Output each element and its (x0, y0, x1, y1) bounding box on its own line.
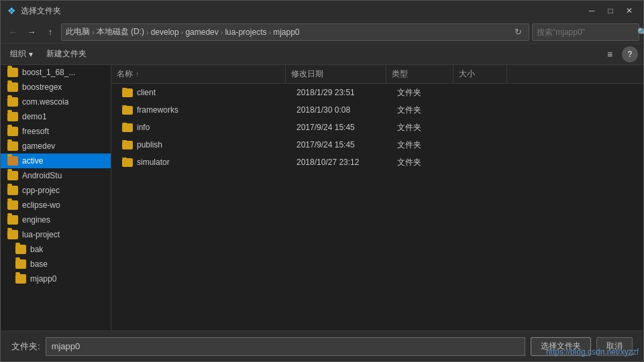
sidebar-item-label: cpp-projec (22, 186, 60, 195)
refresh-button[interactable]: ↻ (511, 25, 525, 39)
file-date: 2018/10/27 23:12 (291, 158, 392, 167)
cancel-button[interactable]: 取消 (596, 337, 633, 356)
sidebar-item-base[interactable]: base (1, 257, 111, 272)
sidebar-item-luaproject[interactable]: lua-project (1, 227, 111, 242)
file-list: client 2018/1/29 23:51 文件夹 frameworks 20… (111, 84, 643, 330)
folder-input[interactable] (46, 337, 525, 356)
sidebar-item-cpp[interactable]: cpp-projec (1, 183, 111, 198)
table-row[interactable]: publish 2017/9/24 15:45 文件夹 (111, 136, 643, 154)
sidebar-item-freesoft[interactable]: freesoft (1, 124, 111, 139)
title-bar: ❖ 选择文件夹 ─ □ ✕ (1, 1, 643, 21)
file-list-area: 名称 ↑ 修改日期 类型 大小 client 2018/1/29 23:51 文… (111, 65, 643, 330)
search-icon[interactable]: 🔍 (637, 27, 644, 37)
breadcrumb-lua[interactable]: lua-projects (225, 27, 266, 37)
bottom-bar: 文件夹: 选择文件夹 取消 (1, 330, 643, 361)
breadcrumb-gamedev[interactable]: gamedev (185, 27, 218, 37)
sidebar-item-label: eclipse-wo (22, 200, 60, 210)
folder-icon (122, 141, 133, 149)
breadcrumb-develop[interactable]: develop (151, 27, 179, 37)
sidebar-item-active[interactable]: active (1, 154, 111, 168)
sort-arrow: ↑ (136, 70, 139, 78)
folder-icon (7, 186, 18, 195)
title-controls: ─ □ ✕ (583, 4, 638, 17)
folder-icon (15, 274, 26, 284)
file-name: simulator (117, 158, 291, 167)
toolbar2-right: ≡ ? (602, 46, 638, 62)
sidebar-item-bak[interactable]: bak (1, 242, 111, 257)
organize-dropdown-icon: ▾ (29, 50, 33, 59)
col-header-date[interactable]: 修改日期 (286, 65, 386, 83)
folder-icon (7, 68, 18, 77)
address-toolbar: ← → ↑ 此电脑 › 本地磁盘 (D:) › develop › gamede… (1, 21, 643, 44)
sidebar-item-label: engines (22, 215, 50, 225)
breadcrumb-disk[interactable]: 本地磁盘 (D:) (97, 26, 144, 38)
close-button[interactable]: ✕ (621, 4, 638, 17)
sidebar-item-label: boost_1_68_... (22, 68, 75, 77)
sidebar-item-boost[interactable]: boost_1_68_... (1, 65, 111, 80)
back-button[interactable]: ← (5, 24, 21, 40)
minimize-button[interactable]: ─ (583, 4, 600, 17)
file-type: 文件夹 (392, 139, 459, 151)
file-name: publish (117, 140, 291, 149)
window-title: 选择文件夹 (21, 5, 583, 17)
breadcrumb-mjapp0[interactable]: mjapp0 (273, 27, 299, 37)
file-type: 文件夹 (392, 105, 459, 116)
up-button[interactable]: ↑ (42, 24, 58, 40)
window: ❖ 选择文件夹 ─ □ ✕ ← → ↑ 此电脑 › 本地磁盘 (D:) › de… (0, 0, 644, 362)
sidebar-item-label: mjapp0 (30, 274, 56, 284)
folder-icon (7, 215, 18, 225)
help-button[interactable]: ? (622, 46, 638, 62)
table-row[interactable]: info 2017/9/24 15:45 文件夹 (111, 119, 643, 136)
sidebar-item-demo1[interactable]: demo1 (1, 109, 111, 124)
file-name: frameworks (117, 105, 291, 115)
col-header-size[interactable]: 大小 (453, 65, 507, 83)
organize-button[interactable]: 组织 ▾ (6, 46, 37, 62)
sidebar-item-label: boostregex (22, 82, 62, 92)
sidebar-item-engines[interactable]: engines (1, 213, 111, 227)
table-row[interactable]: client 2018/1/29 23:51 文件夹 (111, 84, 643, 101)
sidebar-item-label: com.wescoia (22, 97, 68, 107)
folder-icon (7, 230, 18, 239)
folder-icon (122, 106, 133, 115)
window-icon: ❖ (6, 5, 17, 16)
sidebar: boost_1_68_... boostregex com.wescoia de… (1, 65, 111, 330)
breadcrumb: 此电脑 › 本地磁盘 (D:) › develop › gamedev › lu… (66, 26, 511, 38)
file-list-header: 名称 ↑ 修改日期 类型 大小 (111, 65, 643, 84)
main-content: boost_1_68_... boostregex com.wescoia de… (1, 65, 643, 330)
folder-icon (7, 200, 18, 210)
sidebar-item-gamedev[interactable]: gamedev (1, 139, 111, 154)
file-type: 文件夹 (392, 87, 459, 99)
sidebar-item-label: freesoft (22, 127, 49, 136)
select-folder-button[interactable]: 选择文件夹 (531, 337, 591, 356)
sidebar-item-label: demo1 (22, 112, 47, 121)
forward-button[interactable]: → (23, 24, 40, 40)
file-type: 文件夹 (392, 122, 459, 133)
sidebar-item-androidstu[interactable]: AndroidStu (1, 168, 111, 183)
sidebar-item-label: lua-project (22, 230, 60, 239)
search-input[interactable] (537, 27, 637, 37)
file-date: 2017/9/24 15:45 (291, 140, 392, 149)
sidebar-item-boostregex[interactable]: boostregex (1, 80, 111, 95)
table-row[interactable]: frameworks 2018/1/30 0:08 文件夹 (111, 101, 643, 119)
file-date: 2018/1/29 23:51 (291, 88, 392, 97)
folder-icon (15, 259, 26, 269)
folder-icon (7, 156, 18, 166)
sidebar-item-eclipse[interactable]: eclipse-wo (1, 198, 111, 213)
folder-icon (122, 158, 133, 167)
maximize-button[interactable]: □ (602, 4, 619, 17)
sidebar-item-label: bak (30, 245, 43, 254)
table-row[interactable]: simulator 2018/10/27 23:12 文件夹 (111, 154, 643, 171)
file-date: 2018/1/30 0:08 (291, 105, 392, 115)
new-folder-button[interactable]: 新建文件夹 (42, 46, 91, 62)
breadcrumb-pc[interactable]: 此电脑 (66, 26, 90, 38)
sidebar-item-mjapp0[interactable]: mjapp0 (1, 272, 111, 286)
address-bar: 此电脑 › 本地磁盘 (D:) › develop › gamedev › lu… (61, 23, 529, 41)
col-header-name[interactable]: 名称 ↑ (111, 65, 286, 83)
folder-icon (122, 123, 133, 132)
folder-label: 文件夹: (11, 341, 40, 353)
search-box: 🔍 (532, 23, 639, 41)
col-header-type[interactable]: 类型 (386, 65, 453, 83)
view-button[interactable]: ≡ (602, 46, 618, 62)
sidebar-item-comwescoia[interactable]: com.wescoia (1, 95, 111, 109)
folder-icon (7, 141, 18, 151)
